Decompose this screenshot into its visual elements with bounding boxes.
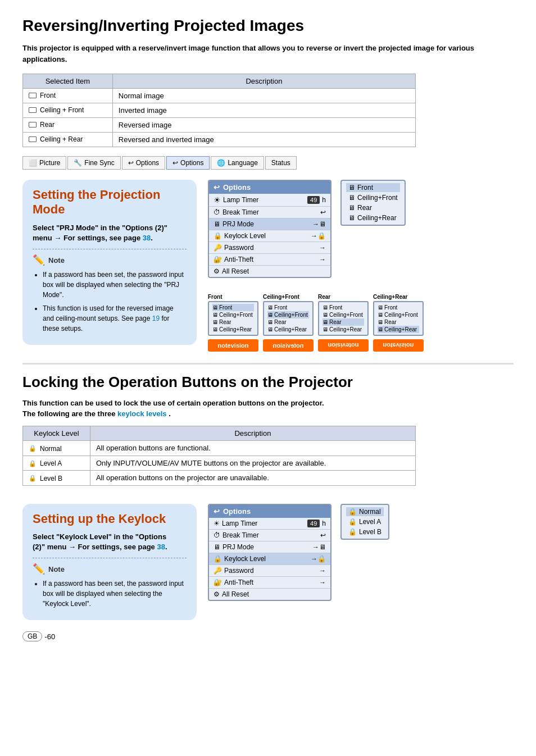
menu-label-picture: Picture — [39, 159, 60, 167]
page-ref-19-link[interactable]: 19 — [152, 315, 160, 322]
footer-prefix: GB — [28, 632, 37, 640]
projection-mode-title: Setting the Projection Mode — [33, 188, 187, 217]
keylock-levela-icon: 🔒 — [348, 518, 357, 526]
keylock-desc-normal: All operation buttons are functional. — [90, 441, 415, 456]
table-row: 🔒 Level A Only INPUT/VOLUME/AV MUTE butt… — [23, 456, 416, 471]
page-ref-38-link[interactable]: 38 — [143, 234, 151, 242]
ceiling-rear-label: Ceiling + Rear — [40, 135, 83, 143]
keylock-popup-levela-label: Level A — [359, 518, 381, 526]
options2-row-password: 🔑 Password → — [209, 565, 330, 577]
break2-icon: ⏱ — [214, 531, 220, 539]
keylock-icon-1: 🔒 — [214, 232, 222, 240]
keylock-page-ref-link[interactable]: 38 — [157, 543, 165, 551]
options-row-password: 🔑 Password → — [209, 242, 330, 254]
table-row: 🔒 Level B All operation buttons on the p… — [23, 471, 416, 486]
antitheft-icon: 🔐 — [214, 256, 222, 263]
locking-big-title: Locking the Operation Buttons on the Pro… — [22, 374, 514, 391]
menu-item-finesync[interactable]: 🔧 Fine Sync — [67, 156, 120, 170]
table-header-desc: Description — [112, 74, 415, 89]
keylock-note-item-1: If a password has been set, the password… — [43, 579, 187, 609]
lamp2-unit: h — [322, 520, 326, 527]
options2-row-antitheft: 🔐 Anti-Theft → — [209, 577, 330, 589]
prj2-icon: 🖥 — [214, 543, 220, 551]
keylock-popup-levelb: 🔒 Level B — [346, 527, 384, 536]
antitheft2-label: Anti-Theft — [224, 579, 253, 586]
keylock-cell-normal: 🔒 Normal — [23, 441, 90, 456]
rear-label: Rear — [40, 121, 54, 129]
projection-mode-blue-box: Setting the Projection Mode Select "PRJ … — [22, 180, 197, 345]
prj-label: PRJ Mode — [222, 220, 254, 228]
menu-item-options2[interactable]: ↩ Options — [166, 156, 210, 170]
table-row: Rear Reversed image — [23, 118, 416, 133]
projection-mode-right-panel: ↩ Options ☀ Lamp Timer 49 h ⏱ — [208, 180, 424, 352]
prj2-label: PRJ Mode — [222, 543, 254, 551]
options-popup-row: ↩ Options ☀ Lamp Timer 49 h ⏱ — [208, 180, 424, 284]
table-cell-desc: Reversed image — [112, 118, 415, 133]
notevision-bar-ceiling-front: notevision — [263, 339, 314, 352]
table-cell-desc: Reversed and inverted image — [112, 133, 415, 147]
password2-label: Password — [224, 567, 254, 575]
menu-label-language: Language — [228, 159, 257, 167]
menu-bar: ⬜ Picture 🔧 Fine Sync ↩ Options ↩ Option… — [22, 156, 514, 170]
note-label: Note — [48, 256, 65, 265]
prj-popup-ceiling-rear-label: Ceiling+Rear — [357, 214, 397, 222]
password-icon: 🔑 — [214, 244, 222, 252]
antitheft-label: Anti-Theft — [224, 256, 253, 263]
prj-popup-rear: 🖥 Rear — [346, 203, 400, 212]
keylock2-icon: 🔒 — [214, 555, 222, 563]
dotted-divider — [33, 249, 187, 249]
antitheft2-icon: 🔐 — [214, 579, 222, 586]
lamp-unit: h — [322, 196, 326, 204]
ceiling-front-label: Ceiling + Front — [40, 106, 84, 114]
keylock-popup-normal: 🔒 Normal — [346, 507, 384, 516]
finesync-icon: 🔧 — [74, 159, 82, 167]
keylock-levels-link[interactable]: keylock levels — [117, 409, 166, 418]
menu-item-status[interactable]: Status — [265, 156, 297, 170]
break2-label: Break Timer — [222, 531, 259, 539]
table-row: Front Normal image — [23, 89, 416, 103]
menu-item-language[interactable]: 🌐 Language — [211, 156, 264, 170]
prj-diagram-ceiling-rear: Ceiling+Rear 🖥 Front 🖥 Ceiling+Front 🖥 — [373, 294, 424, 336]
locking-intro-text: The following are the three — [22, 409, 117, 418]
options-menu-box-1: ↩ Options ☀ Lamp Timer 49 h ⏱ — [208, 180, 331, 278]
prj-popup-rear-label: Rear — [357, 204, 372, 212]
options-row-lamp: ☀ Lamp Timer 49 h — [209, 194, 330, 207]
keylock-arrow-1: →🔒 — [311, 232, 326, 240]
prj-sub-popup: 🖥 Front 🖥 Ceiling+Front 🖥 Rear 🖥 Ceiling… — [340, 180, 406, 226]
rear-monitor-icon — [29, 122, 37, 127]
options-menu-icon-1: ↩ — [214, 183, 220, 192]
prj-popup-front-label: Front — [357, 184, 373, 192]
keylock-desc-levelb: All operation buttons on the projector a… — [90, 471, 415, 486]
options2-row-reset: ⚙ All Reset — [209, 589, 330, 600]
keylock-levelb-icon: 🔒 — [348, 528, 357, 536]
table-cell-item: Rear — [23, 118, 113, 133]
options-row-break: ⏱ Break Timer ↩ — [209, 207, 330, 218]
prj-icon: 🖥 — [214, 220, 220, 228]
prj-diagram-ceiling-front: Ceiling+Front 🖥 Front 🖥 Ceiling+Front 🖥 — [263, 294, 314, 336]
page-num-box: GB — [22, 631, 42, 641]
keylock-popup-levela: 🔒 Level A — [346, 517, 384, 526]
table-row: Ceiling + Rear Reversed and inverted ima… — [23, 133, 416, 147]
keylock-popup-row: ↩ Options ☀ Lamp Timer 49 h ⏱ — [208, 504, 389, 607]
projection-mode-section: Setting the Projection Mode Select "PRJ … — [22, 180, 514, 352]
prj-popup-front: 🖥 Front — [346, 183, 400, 192]
lamp-label: Lamp Timer — [223, 196, 258, 204]
menu-item-picture[interactable]: ⬜ Picture — [22, 156, 66, 170]
prj-diagrams-container: Front 🖥 Front 🖥 Ceiling+Front 🖥 Rear — [208, 294, 424, 352]
keylock-cell-levela: 🔒 Level A — [23, 456, 90, 471]
menu-item-options1[interactable]: ↩ Options — [122, 156, 165, 170]
language-icon: 🌐 — [217, 159, 225, 167]
options2-row-keylock: 🔒 Keylock Level →🔒 — [209, 553, 330, 565]
keylock-sub-popup: 🔒 Normal 🔒 Level A 🔒 Level B — [340, 504, 389, 540]
options-row-reset: ⚙ All Reset — [209, 266, 330, 277]
options-menu-title-1: ↩ Options — [209, 181, 330, 194]
page-footer: GB -60 — [22, 631, 514, 641]
locking-section-header: Locking the Operation Buttons on the Pro… — [22, 363, 514, 391]
ceiling-rear-monitor-icon — [29, 136, 37, 142]
table-row: 🔒 Normal All operation buttons are funct… — [23, 441, 416, 456]
table-cell-desc: Normal image — [112, 89, 415, 103]
reset2-label: All Reset — [222, 590, 249, 598]
table-header-item: Selected Item — [23, 74, 113, 89]
options-row-keylock: 🔒 Keylock Level →🔒 — [209, 230, 330, 242]
options-row-antitheft: 🔐 Anti-Theft → — [209, 254, 330, 266]
